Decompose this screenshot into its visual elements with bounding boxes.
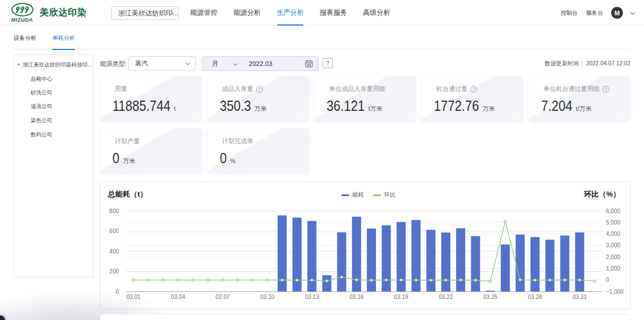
tree-root-node[interactable]: 浙江美欣达纺织印染科技印... xyxy=(17,60,95,70)
kpi-unit: 万米 xyxy=(123,157,135,165)
data-updated-time: 数据更新时间： 2022.04.07 12:02 xyxy=(545,60,630,68)
help-icon[interactable]: ? xyxy=(323,58,333,68)
kpi-card-unit-machine-energy: 单位机台通过量用能? 7.204t/万米 xyxy=(529,76,630,122)
app-header: MIZUDA 美欣达印染 浙江美欣达纺织印... 能源管控 能源分析 生产分析 … xyxy=(0,0,644,26)
period-date-picker: 月 2022.03 xyxy=(203,56,319,71)
energy-type-label: 能源类型: xyxy=(100,60,127,68)
console-link[interactable]: 控制台 xyxy=(561,9,578,17)
kpi-card-finished-goods: 成品入库量? 350.3万米 xyxy=(207,76,309,122)
tree-item-ranse[interactable]: 染色公司 xyxy=(31,115,52,126)
chevron-down-icon xyxy=(169,11,173,16)
tree-expand-caret-icon[interactable] xyxy=(17,64,20,66)
svg-text:03.07: 03.07 xyxy=(216,294,230,300)
chevron-down-icon xyxy=(185,61,190,66)
kpi-card-machine-throughput: 机台通过量? 1772.76万米 xyxy=(421,76,523,122)
energy-type-value: 蒸汽 xyxy=(135,60,148,67)
nav-item-production-analysis[interactable]: 生产分析 xyxy=(277,0,304,26)
energy-type-select[interactable]: 蒸汽 xyxy=(128,56,196,70)
svg-text:6,000: 6,000 xyxy=(606,208,620,214)
kpi-value: 350.3 xyxy=(220,97,251,115)
svg-text:800: 800 xyxy=(110,208,119,214)
tab-unit-consumption-analysis[interactable]: 单耗分析 xyxy=(52,26,75,49)
tree-item-yiliu[interactable]: 溢流公司 xyxy=(31,101,52,111)
question-circle-icon[interactable]: ? xyxy=(256,86,263,93)
svg-text:3,000: 3,000 xyxy=(606,242,620,248)
svg-text:03.25: 03.25 xyxy=(483,294,497,300)
kpi-unit: % xyxy=(230,157,236,164)
svg-text:03.04: 03.04 xyxy=(171,294,185,300)
brand-title: 美欣达印染 xyxy=(40,0,87,26)
company-select[interactable]: 浙江美欣达纺织印... xyxy=(111,6,179,20)
svg-text:400: 400 xyxy=(110,248,119,255)
kpi-card-usage: 用量 11885.744t xyxy=(100,76,202,122)
tree-item-shuma[interactable]: 数码公司 xyxy=(31,130,52,140)
svg-text:03.16: 03.16 xyxy=(349,294,363,300)
logo-wordmark: MIZUDA xyxy=(9,17,35,23)
sub-tabs: 设备分析 单耗分析 xyxy=(0,26,644,50)
kpi-value: 11885.744 xyxy=(112,97,170,115)
kpi-label: 单位成品入库量用能 xyxy=(329,85,385,93)
kpi-label: 单位机台通过量用能 xyxy=(543,85,600,93)
period-select[interactable]: 月 xyxy=(212,57,218,70)
svg-text:1,000: 1,000 xyxy=(606,265,620,272)
svg-text:4,000: 4,000 xyxy=(606,231,620,237)
tree-root-label: 浙江美欣达纺织印染科技印... xyxy=(23,61,92,68)
kpi-label: 成品入库量 xyxy=(222,85,253,93)
tree-item-shaxi[interactable]: 砂洗公司 xyxy=(31,88,52,98)
nav-item-report-service[interactable]: 报表服务 xyxy=(320,0,347,26)
tree-item-pinjian[interactable]: 品检中心 xyxy=(31,74,52,84)
kpi-label: 计划产量 xyxy=(115,137,140,146)
energy-chart-panel: 总能耗（t） 环比（%） 能耗 环比 0200400600800−1,00001… xyxy=(100,181,630,309)
top-nav: 能源管控 能源分析 生产分析 报表服务 高级分析 xyxy=(190,0,406,26)
svg-text:03.01: 03.01 xyxy=(126,294,140,300)
next-panel-peek xyxy=(100,314,630,320)
service-desk-link[interactable]: 服务台 xyxy=(586,9,603,17)
user-menu-chevron-icon[interactable] xyxy=(630,11,634,15)
kpi-card-plan-completion: 计划完成率 0% xyxy=(207,128,309,174)
svg-text:03.13: 03.13 xyxy=(305,294,319,300)
kpi-label: 用量 xyxy=(115,85,127,93)
nav-item-energy-analysis[interactable]: 能源分析 xyxy=(233,0,261,26)
svg-text:03.28: 03.28 xyxy=(528,294,542,300)
kpi-card-planned-output: 计划产量 0万米 xyxy=(100,128,202,174)
header-right: 控制台 服务台 M xyxy=(561,0,634,26)
kpi-unit: t万米 xyxy=(369,105,383,113)
question-circle-icon[interactable]: ? xyxy=(470,86,477,93)
kpi-value: 0 xyxy=(220,149,227,167)
kpi-card-unit-finished-energy: 单位成品入库量用能 36.121t万米 xyxy=(314,76,416,122)
nav-item-advanced-analysis[interactable]: 高级分析 xyxy=(363,0,390,26)
avatar[interactable]: M xyxy=(611,7,623,19)
kpi-unit: t xyxy=(174,105,175,112)
org-tree-panel: 浙江美欣达纺织印染科技印... 品检中心 砂洗公司 溢流公司 染色公司 数码公司 xyxy=(14,55,94,277)
svg-text:5,000: 5,000 xyxy=(606,219,620,226)
energy-chart[interactable]: 0200400600800−1,00001,0002,0003,0004,000… xyxy=(101,182,631,310)
kpi-unit: 万米 xyxy=(483,105,495,113)
kpi-value: 0 xyxy=(112,149,119,167)
kpi-value: 1772.76 xyxy=(434,97,479,115)
svg-text:−1,000: −1,000 xyxy=(606,289,624,295)
floating-widget-peek xyxy=(0,315,5,320)
question-circle-icon[interactable]: ? xyxy=(603,86,609,93)
kpi-label: 计划完成率 xyxy=(222,137,253,146)
tab-device-analysis[interactable]: 设备分析 xyxy=(14,26,36,49)
kpi-label: 机台通过量 xyxy=(436,85,467,93)
date-input[interactable]: 2022.03 xyxy=(249,57,273,70)
svg-text:600: 600 xyxy=(110,228,119,234)
svg-text:0: 0 xyxy=(606,277,609,283)
kpi-unit: t/万米 xyxy=(576,105,592,113)
svg-text:03.22: 03.22 xyxy=(438,294,453,300)
svg-text:03.31: 03.31 xyxy=(572,294,587,300)
kpi-value: 36.121 xyxy=(327,97,365,115)
svg-text:2,000: 2,000 xyxy=(606,254,620,260)
svg-text:03.19: 03.19 xyxy=(394,294,408,300)
calendar-icon[interactable] xyxy=(305,60,313,68)
nav-item-energy-control[interactable]: 能源管控 xyxy=(190,0,218,26)
mizuda-logo-icon xyxy=(11,3,34,16)
svg-text:0: 0 xyxy=(116,289,119,295)
kpi-value: 7.204 xyxy=(541,97,572,115)
tabs-divider xyxy=(14,49,630,49)
chevron-down-icon xyxy=(233,62,237,67)
svg-text:200: 200 xyxy=(110,268,119,275)
kpi-unit: 万米 xyxy=(254,105,267,113)
svg-text:03.10: 03.10 xyxy=(260,294,274,300)
